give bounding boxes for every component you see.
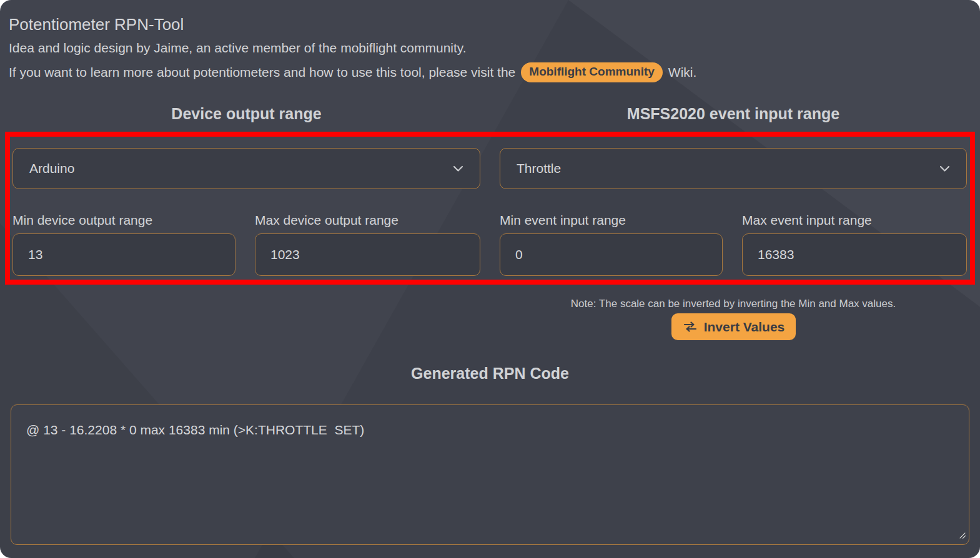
swap-arrows-icon [683,321,698,332]
mobiflight-community-link[interactable]: Mobiflight Community [521,62,663,82]
max-event-input-input[interactable] [742,233,967,276]
event-input-range-heading: MSFS2020 event input range [500,105,967,123]
event-select[interactable]: Throttle [500,148,967,189]
min-event-input-input[interactable] [500,233,723,276]
page-title: Potentiometer RPN-Tool [9,15,184,34]
max-device-output-input[interactable] [255,233,480,276]
chevron-down-icon [453,165,463,172]
chevron-down-icon [939,165,950,172]
event-select-value: Throttle [517,161,561,176]
max-device-output-label: Max device output range [255,213,398,228]
info-line: If you want to learn more about potentio… [9,62,696,82]
device-select-value: Arduino [29,161,74,176]
device-output-range-heading: Device output range [12,105,480,123]
info-line-prefix: If you want to learn more about potentio… [9,65,515,80]
min-device-output-input[interactable] [12,233,235,276]
potentiometer-rpn-tool-window: Potentiometer RPN-Tool Idea and logic de… [0,0,980,558]
min-device-output-label: Min device output range [12,213,152,228]
invert-values-label: Invert Values [704,320,785,335]
device-select[interactable]: Arduino [12,148,480,189]
info-line-suffix: Wiki. [668,65,697,80]
invert-note: Note: The scale can be inverted by inver… [500,298,967,310]
rpn-code-textarea[interactable]: @ 13 - 16.2208 * 0 max 16383 min (>K:THR… [11,404,969,545]
subtitle-credit-line: Idea and logic design by Jaime, an activ… [9,41,467,56]
max-event-input-label: Max event input range [742,213,872,228]
rpn-code-container: @ 13 - 16.2208 * 0 max 16383 min (>K:THR… [11,404,969,545]
min-event-input-label: Min event input range [500,213,626,228]
generated-rpn-code-heading: Generated RPN Code [0,365,980,383]
invert-values-button[interactable]: Invert Values [671,313,796,340]
